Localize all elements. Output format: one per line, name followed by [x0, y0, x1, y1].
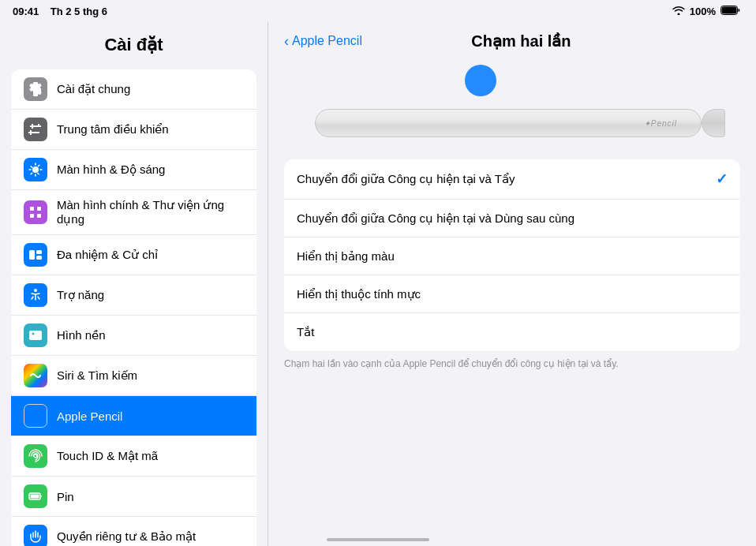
option-show-color-palette[interactable]: Hiển thị bảng màu	[284, 237, 740, 275]
sidebar-item-label-pencil: Apple Pencil	[57, 410, 244, 423]
touch-indicator	[465, 65, 496, 96]
svg-point-2	[32, 166, 39, 173]
option-checkmark-0: ✓	[716, 170, 728, 188]
svg-point-10	[34, 289, 37, 292]
sidebar-item-privacy[interactable]: Quyền riêng tư & Bảo mật	[11, 517, 256, 546]
pencil-body: ✦Pencil	[315, 109, 702, 137]
sliders-icon	[24, 118, 47, 141]
hand-icon	[24, 525, 47, 546]
sidebar-item-wallpaper[interactable]: Hình nền	[11, 316, 256, 356]
sidebar-item-label-multitask: Đa nhiệm & Cử chỉ	[57, 248, 244, 262]
sidebar-item-apple-pencil[interactable]: Apple Pencil	[11, 396, 256, 436]
sidebar-item-label-touchid: Touch ID & Mật mã	[57, 449, 244, 463]
svg-rect-11	[29, 331, 42, 340]
ipad-screen: 09:41 Th 2 5 thg 6 100%	[0, 0, 756, 546]
sidebar-item-label-battery: Pin	[57, 490, 244, 503]
pencil-brand-label: ✦Pencil	[644, 119, 677, 128]
sidebar-item-label-display: Màn hình & Độ sáng	[57, 163, 244, 177]
battery-percentage: 100%	[690, 6, 716, 17]
option-label-color-palette: Hiển thị bảng màu	[297, 249, 728, 264]
svg-rect-6	[37, 214, 41, 218]
content-panel: ‹ Apple Pencil Chạm hai lần ✦Pencil	[268, 22, 756, 546]
battery-icon	[720, 6, 740, 17]
siri-icon	[24, 364, 47, 387]
battery-setting-icon	[24, 484, 47, 508]
svg-rect-3	[30, 207, 34, 211]
sidebar: Cài đặt Cài đặt chung Trung tâm điều khi…	[0, 22, 268, 546]
back-chevron-icon: ‹	[284, 33, 289, 50]
pencil-illustration-section: ✦Pencil	[268, 57, 756, 159]
svg-rect-9	[36, 256, 42, 260]
status-time: 09:41 Th 2 5 thg 6	[13, 6, 107, 17]
option-description: Chạm hai lần vào cạnh của Apple Pencil đ…	[284, 357, 740, 371]
home-indicator	[327, 538, 429, 541]
fingerprint-icon	[24, 444, 47, 468]
back-button[interactable]: ‹ Apple Pencil	[284, 33, 362, 50]
option-label-ink-attr: Hiển thị thuộc tính mực	[297, 287, 728, 301]
option-switch-last-used[interactable]: Chuyển đổi giữa Công cụ hiện tại và Dùng…	[284, 200, 740, 237]
svg-rect-5	[30, 214, 34, 218]
wifi-icon	[672, 6, 685, 17]
svg-rect-8	[36, 250, 42, 254]
sidebar-item-label-control: Trung tâm điều khiển	[57, 122, 244, 136]
sidebar-item-siri[interactable]: Siri & Tìm kiếm	[11, 356, 256, 396]
sidebar-item-label-privacy: Quyền riêng tư & Bảo mật	[57, 529, 244, 544]
option-off[interactable]: Tắt	[284, 313, 740, 351]
pencil-image: ✦Pencil	[315, 103, 709, 144]
sidebar-item-label-accessibility: Trợ năng	[57, 288, 244, 302]
sidebar-item-accessibility[interactable]: Trợ năng	[11, 275, 256, 316]
sidebar-item-touch-id[interactable]: Touch ID & Mật mã	[11, 436, 256, 477]
sidebar-item-label-wallpaper: Hình nền	[57, 328, 244, 342]
option-label-off: Tắt	[297, 325, 728, 339]
option-show-ink-attributes[interactable]: Hiển thị thuộc tính mực	[284, 275, 740, 313]
status-bar: 09:41 Th 2 5 thg 6 100%	[0, 0, 756, 22]
options-list: Chuyển đổi giữa Công cụ hiện tại và Tẩy …	[284, 159, 740, 351]
sidebar-item-multitasking[interactable]: Đa nhiệm & Cử chỉ	[11, 235, 256, 275]
sidebar-title: Cài đặt	[0, 28, 268, 65]
back-button-label: Apple Pencil	[292, 34, 362, 48]
sidebar-item-label-general: Cài đặt chung	[57, 82, 244, 96]
content-title: Chạm hai lần	[365, 32, 740, 50]
svg-rect-15	[31, 495, 39, 499]
sidebar-group-1: Cài đặt chung Trung tâm điều khiển Màn h…	[11, 69, 256, 546]
brightness-icon	[24, 158, 47, 181]
photo-icon	[24, 323, 47, 347]
pencil-cap	[702, 109, 725, 137]
sidebar-item-general[interactable]: Cài đặt chung	[11, 69, 256, 110]
sidebar-item-control-center[interactable]: Trung tâm điều khiển	[11, 110, 256, 150]
pencil-icon	[24, 404, 47, 428]
sidebar-item-display[interactable]: Màn hình & Độ sáng	[11, 150, 256, 190]
status-indicators: 100%	[672, 6, 740, 17]
sidebar-item-label-siri: Siri & Tìm kiếm	[57, 368, 244, 383]
multitask-icon	[24, 243, 47, 267]
main-layout: Cài đặt Cài đặt chung Trung tâm điều khi…	[0, 22, 756, 546]
accessibility-icon	[24, 283, 47, 307]
option-label-switch-eraser: Chuyển đổi giữa Công cụ hiện tại và Tẩy	[297, 172, 716, 186]
sidebar-item-label-homescreen: Màn hình chính & Thư viện ứng dụng	[57, 198, 244, 226]
apps-icon	[24, 200, 47, 224]
svg-rect-4	[37, 207, 41, 211]
svg-rect-1	[722, 6, 737, 13]
sidebar-item-battery[interactable]: Pin	[11, 477, 256, 517]
svg-point-13	[34, 454, 37, 458]
sidebar-item-home-screen[interactable]: Màn hình chính & Thư viện ứng dụng	[11, 190, 256, 235]
content-header: ‹ Apple Pencil Chạm hai lần	[268, 22, 756, 57]
svg-rect-7	[29, 250, 35, 260]
svg-point-12	[32, 333, 35, 335]
option-label-switch-last: Chuyển đổi giữa Công cụ hiện tại và Dùng…	[297, 211, 728, 226]
option-switch-eraser[interactable]: Chuyển đổi giữa Công cụ hiện tại và Tẩy …	[284, 159, 740, 200]
gear-icon	[24, 77, 47, 101]
